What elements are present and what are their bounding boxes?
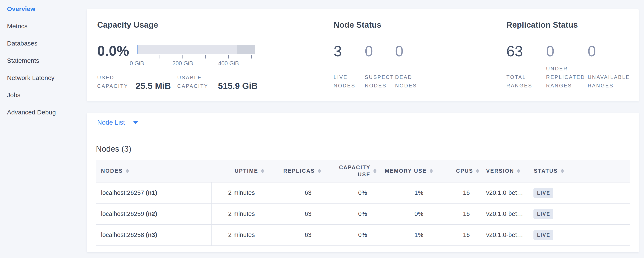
dead-nodes-label: DEAD NODES [395,73,422,90]
column-label: VERSION [486,168,514,174]
sidebar-item-statements[interactable]: Statements [0,52,86,69]
node-address: localhost:26259 [101,210,144,217]
column-label: MEMORY USE [385,168,427,174]
capacity-used-percent: 0.0% [97,43,129,59]
status-cell: LIVE [532,203,630,224]
dead-nodes-stat: 0 DEAD NODES [395,44,422,90]
capacity-use-cell: 0% [322,203,378,224]
uptime-cell: 2 minutes [211,182,266,203]
total-ranges-stat: 63 TOTAL RANGES [506,44,535,90]
node-row[interactable]: localhost:26257 (n1) 2 minutes 63 0% 1% … [96,182,630,203]
usable-capacity-value: 515.9 GiB [218,81,258,90]
replicas-cell: 63 [266,203,322,224]
replicas-cell: 63 [266,224,322,245]
sidebar-item-network-latency[interactable]: Network Latency [0,69,86,86]
capacity-use-cell: 0% [322,182,378,203]
column-label: CPUS [456,168,473,174]
gauge-tick [160,55,160,59]
column-header-status[interactable]: STATUS [532,160,630,182]
gauge-tick-label: 0 GiB [130,60,144,67]
node-list-dropdown[interactable]: Node List [87,113,639,132]
node-address: localhost:26258 [101,231,144,238]
node-address: localhost:26257 [101,189,144,196]
replicas-cell: 63 [266,182,322,203]
memory-use-cell: 0% [378,203,434,224]
sort-icon [126,169,129,173]
sidebar-item-databases[interactable]: Databases [0,35,86,52]
status-badge: LIVE [534,209,554,219]
suspect-nodes-label: SUSPECT NODES [365,73,396,90]
memory-use-cell: 1% [378,224,434,245]
used-capacity-value: 25.5 MiB [136,81,171,90]
cpus-cell: 16 [434,182,480,203]
gauge-tick-label: 400 GiB [218,60,239,67]
sort-icon [374,169,376,173]
suspect-nodes-stat: 0 SUSPECT NODES [365,44,396,90]
node-id: (n2) [146,210,157,217]
cluster-summary-card: Capacity Usage 0.0% 0 GiB 200 GiB 400 Gi… [86,9,639,101]
used-capacity-label: USED CAPACITY [97,73,132,90]
capacity-gauge-used-marker [137,45,138,54]
sort-icon [430,169,433,173]
sort-icon [517,169,520,173]
column-header-cpus[interactable]: CPUS [434,160,480,182]
sort-icon [561,169,564,173]
sort-icon [318,169,321,173]
sidebar-item-advanced-debug[interactable]: Advanced Debug [0,104,86,121]
under-replicated-ranges-value: 0 [546,44,586,59]
column-header-uptime[interactable]: UPTIME [211,160,266,182]
column-header-replicas[interactable]: REPLICAS [266,160,322,182]
live-nodes-stat: 3 LIVE NODES [334,44,360,90]
gauge-tick-label: 200 GiB [172,60,193,67]
sort-icon [476,169,479,173]
column-label: REPLICAS [283,168,315,174]
sort-icon [261,169,264,173]
column-header-memory-use[interactable]: MEMORY USE [378,160,434,182]
suspect-nodes-value: 0 [365,44,396,59]
capacity-usage-section: Capacity Usage 0.0% 0 GiB 200 GiB 400 Gi… [87,9,334,101]
node-status-title: Node Status [334,21,381,30]
node-list-card: Node List Nodes (3) NODES UPTIME REPLICA… [86,113,639,252]
version-cell: v20.1.0-bet… [480,182,532,203]
column-header-version[interactable]: VERSION [480,160,532,182]
column-label: UPTIME [235,168,258,174]
status-badge: LIVE [534,230,554,240]
node-id: (n3) [146,231,157,238]
sidebar-item-overview[interactable]: Overview [0,0,86,18]
unavailable-ranges-stat: 0 UNAVAILABLE RANGES [588,44,631,90]
status-badge: LIVE [534,188,554,198]
nodes-table: NODES UPTIME REPLICAS CAPACITY USE MEMOR… [96,160,630,246]
gauge-tick [137,55,137,59]
table-header-row: NODES UPTIME REPLICAS CAPACITY USE MEMOR… [96,160,630,182]
cpus-cell: 16 [434,224,480,245]
usable-capacity-label: USABLE CAPACITY [177,73,214,90]
node-row[interactable]: localhost:26258 (n3) 2 minutes 63 0% 1% … [96,224,630,245]
uptime-cell: 2 minutes [211,203,266,224]
capacity-use-cell: 0% [322,224,378,245]
total-ranges-value: 63 [506,44,535,59]
column-header-capacity-use[interactable]: CAPACITY USE [322,160,378,182]
dead-nodes-value: 0 [395,44,422,59]
sidebar-item-jobs[interactable]: Jobs [0,86,86,104]
sidebar: Overview Metrics Databases Statements Ne… [0,0,86,258]
status-cell: LIVE [532,182,630,203]
node-id: (n1) [146,189,157,196]
gauge-tick [206,55,206,59]
under-replicated-ranges-stat: 0 UNDER-REPLICATED RANGES [546,44,586,90]
column-label: CAPACITY USE [333,164,370,178]
live-nodes-value: 3 [334,44,360,59]
capacity-usage-title: Capacity Usage [97,21,158,30]
cpus-cell: 16 [434,203,480,224]
sidebar-item-metrics[interactable]: Metrics [0,18,86,35]
column-label: STATUS [534,168,558,174]
nodes-table-title: Nodes (3) [96,145,131,154]
node-row[interactable]: localhost:26259 (n2) 2 minutes 63 0% 0% … [96,203,630,224]
under-replicated-ranges-label: UNDER-REPLICATED RANGES [546,64,586,90]
unavailable-ranges-label: UNAVAILABLE RANGES [588,73,631,90]
column-header-nodes[interactable]: NODES [96,160,211,182]
replication-status-title: Replication Status [506,21,578,30]
node-address-cell: localhost:26257 (n1) [96,182,211,203]
capacity-gauge-reserved-segment [237,45,255,54]
version-cell: v20.1.0-bet… [480,203,532,224]
node-status-section: Node Status 3 LIVE NODES 0 SUSPECT NODES… [334,9,506,101]
